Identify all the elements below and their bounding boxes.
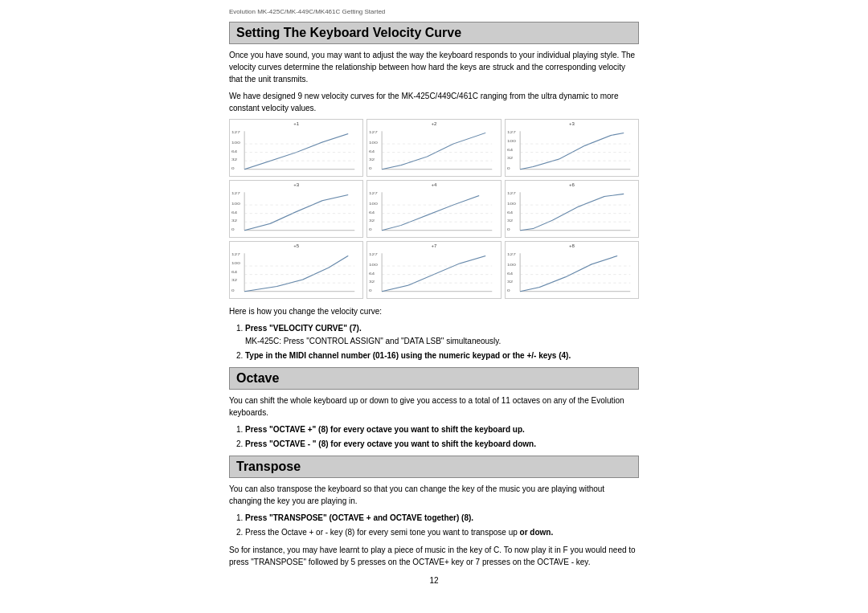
- svg-text:32: 32: [231, 219, 237, 223]
- graph-label-2: +2: [369, 121, 498, 126]
- velocity-step-1: Press "VELOCITY CURVE" (7). MK-425C: Pre…: [245, 322, 639, 348]
- svg-text:100: 100: [369, 141, 378, 145]
- section-title-octave: Octave: [229, 367, 639, 390]
- graph-label-4: +3: [231, 182, 361, 187]
- octave-step-1-main: Press "OCTAVE +" (8) for every octave yo…: [245, 425, 525, 434]
- svg-text:32: 32: [231, 157, 237, 161]
- transpose-outro: So for instance, you may have learnt to …: [229, 544, 639, 568]
- svg-text:0: 0: [369, 166, 372, 170]
- octave-steps-list: Press "OCTAVE +" (8) for every octave yo…: [245, 423, 639, 451]
- graph-label-9: +8: [507, 243, 637, 248]
- graph-cell-8: +7 127 100 64 32 0: [366, 241, 501, 299]
- svg-text:32: 32: [231, 278, 237, 282]
- transpose-step-1-main: Press "TRANSPOSE" (OCTAVE + and OCTAVE t…: [245, 513, 473, 522]
- graph-cell-3: +3 127 100 64 32 0: [505, 119, 639, 177]
- svg-text:127: 127: [231, 192, 240, 196]
- velocity-step-2: Type in the MIDI channel number (01-16) …: [245, 349, 639, 362]
- svg-text:127: 127: [369, 192, 378, 196]
- octave-step-2-main: Press "OCTAVE - " (8) for every octave y…: [245, 439, 536, 448]
- octave-step-1: Press "OCTAVE +" (8) for every octave yo…: [245, 423, 639, 436]
- svg-text:32: 32: [507, 280, 513, 284]
- svg-text:0: 0: [507, 227, 510, 231]
- svg-text:0: 0: [507, 288, 510, 292]
- svg-text:64: 64: [369, 272, 375, 276]
- svg-text:0: 0: [231, 227, 235, 231]
- graph-label-3: +3: [507, 121, 637, 126]
- transpose-intro: You can also transpose the keyboard so t…: [229, 483, 639, 507]
- graph-cell-4: +3 127 100 64 32 0: [229, 180, 363, 238]
- graph-cell-7: +5 127 100 64 32 0: [229, 241, 363, 299]
- svg-text:127: 127: [507, 253, 516, 257]
- svg-text:100: 100: [231, 261, 240, 265]
- graph-cell-1: +1 127 100 64 32 0: [229, 119, 363, 177]
- svg-text:127: 127: [231, 253, 240, 257]
- graph-label-6: +6: [507, 182, 637, 187]
- svg-text:127: 127: [369, 131, 378, 135]
- svg-text:64: 64: [369, 210, 375, 215]
- svg-text:100: 100: [507, 263, 516, 267]
- velocity-step-1-sub: MK-425C: Press "CONTROL ASSIGN" and "DAT…: [245, 337, 501, 345]
- octave-intro: You can shift the whole keyboard up or d…: [229, 394, 639, 419]
- transpose-step-2: Press the Octave + or - key (8) for ever…: [245, 526, 639, 539]
- velocity-step-2-main: Type in the MIDI channel number (01-16) …: [245, 351, 571, 360]
- graph-label-1: +1: [231, 121, 361, 126]
- svg-text:0: 0: [231, 166, 235, 170]
- svg-text:100: 100: [231, 202, 240, 206]
- graph-label-7: +5: [231, 243, 361, 248]
- velocity-step-1-main: Press "VELOCITY CURVE" (7).: [245, 324, 362, 333]
- transpose-step-2-main: Press the Octave + or - key (8) for ever…: [245, 528, 520, 537]
- transpose-step-2-bold: or down.: [520, 528, 554, 537]
- svg-text:0: 0: [369, 288, 372, 292]
- svg-text:100: 100: [231, 141, 240, 145]
- svg-text:64: 64: [369, 149, 375, 153]
- svg-text:32: 32: [369, 219, 375, 223]
- page-number: 12: [229, 576, 639, 585]
- graph-cell-5: +4 127 100 64 32 0: [366, 180, 501, 238]
- svg-text:32: 32: [507, 219, 513, 223]
- section-title-transpose: Transpose: [229, 456, 639, 478]
- svg-text:0: 0: [369, 227, 372, 231]
- svg-text:100: 100: [507, 139, 516, 143]
- section-title-velocity: Setting The Keyboard Velocity Curve: [229, 22, 639, 44]
- svg-text:32: 32: [369, 157, 375, 161]
- svg-text:0: 0: [231, 288, 235, 292]
- svg-text:100: 100: [369, 202, 378, 206]
- velocity-intro1: Once you have sound, you may want to adj…: [229, 49, 639, 85]
- transpose-step-1: Press "TRANSPOSE" (OCTAVE + and OCTAVE t…: [245, 512, 639, 525]
- svg-text:127: 127: [231, 131, 240, 135]
- svg-text:0: 0: [507, 166, 510, 170]
- svg-text:64: 64: [507, 148, 513, 152]
- svg-text:64: 64: [231, 270, 237, 274]
- graph-cell-2: +2 127 100 64 32 0: [366, 119, 501, 177]
- svg-text:127: 127: [507, 131, 516, 135]
- doc-header: Evolution MK-425C/MK-449C/MK461C Getting…: [229, 8, 639, 15]
- svg-text:64: 64: [507, 272, 513, 276]
- octave-step-2: Press "OCTAVE - " (8) for every octave y…: [245, 438, 639, 451]
- svg-text:100: 100: [369, 263, 378, 267]
- velocity-steps-list: Press "VELOCITY CURVE" (7). MK-425C: Pre…: [245, 322, 639, 362]
- velocity-graphs-grid: +1 127 100 64 32 0 +2: [229, 119, 639, 299]
- graph-cell-6: +6 127 100 64 32 0: [505, 180, 639, 238]
- svg-text:64: 64: [231, 149, 237, 153]
- svg-text:32: 32: [369, 280, 375, 284]
- svg-text:64: 64: [231, 210, 237, 215]
- graph-label-5: +4: [369, 182, 498, 187]
- svg-text:127: 127: [369, 253, 378, 257]
- velocity-intro2: We have designed 9 new velocity curves f…: [229, 90, 639, 114]
- graph-cell-9: +8 127 100 64 32 0: [505, 241, 639, 299]
- velocity-instructions-header: Here is how you change the velocity curv…: [229, 305, 639, 317]
- graph-label-8: +7: [369, 243, 498, 248]
- svg-text:64: 64: [507, 210, 513, 215]
- svg-text:100: 100: [507, 202, 516, 206]
- svg-text:32: 32: [507, 156, 513, 160]
- svg-text:127: 127: [507, 192, 516, 196]
- transpose-steps-list: Press "TRANSPOSE" (OCTAVE + and OCTAVE t…: [245, 512, 639, 539]
